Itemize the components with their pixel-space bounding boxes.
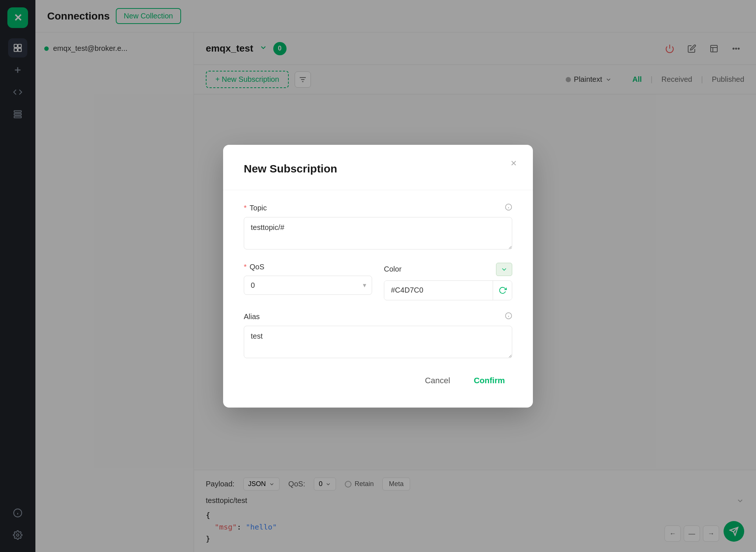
modal-overlay: New Subscription × * Topic testtopic/# *…: [0, 0, 756, 552]
color-label-row: Color: [384, 263, 512, 276]
qos-required-star: *: [244, 263, 247, 271]
topic-info-icon[interactable]: [505, 203, 512, 213]
color-field: Color: [384, 263, 512, 300]
topic-textarea[interactable]: testtopic/#: [244, 217, 512, 249]
color-refresh-button[interactable]: [493, 281, 512, 300]
qos-field-label: QoS: [250, 263, 264, 271]
qos-dropdown[interactable]: 0 1 2: [244, 276, 372, 295]
qos-field: * QoS 0 1 2 ▾: [244, 263, 372, 300]
modal-title: New Subscription: [244, 163, 512, 175]
modal-divider: [223, 190, 533, 190]
modal-footer: Cancel Confirm: [244, 371, 512, 390]
new-subscription-modal: New Subscription × * Topic testtopic/# *…: [223, 145, 533, 408]
alias-label-row: Alias: [244, 312, 512, 321]
modal-close-button[interactable]: ×: [511, 158, 517, 168]
color-input[interactable]: [384, 281, 493, 300]
topic-label-row: * Topic: [244, 203, 512, 213]
alias-field-row: Alias test: [244, 312, 512, 360]
alias-textarea[interactable]: test: [244, 326, 512, 358]
qos-select-wrapper: 0 1 2 ▾: [244, 276, 372, 295]
topic-field-row: * Topic testtopic/#: [244, 203, 512, 251]
color-input-row: [384, 280, 512, 300]
color-field-label: Color: [384, 265, 402, 273]
color-swatch-button[interactable]: [496, 263, 512, 276]
cancel-button[interactable]: Cancel: [417, 371, 457, 390]
alias-label: Alias: [244, 312, 260, 321]
qos-color-row: * QoS 0 1 2 ▾ Color: [244, 263, 512, 300]
topic-label: Topic: [250, 204, 267, 212]
confirm-button[interactable]: Confirm: [467, 371, 512, 390]
qos-label-row: * QoS: [244, 263, 372, 271]
topic-required-star: *: [244, 204, 247, 212]
alias-info-icon[interactable]: [505, 312, 512, 321]
